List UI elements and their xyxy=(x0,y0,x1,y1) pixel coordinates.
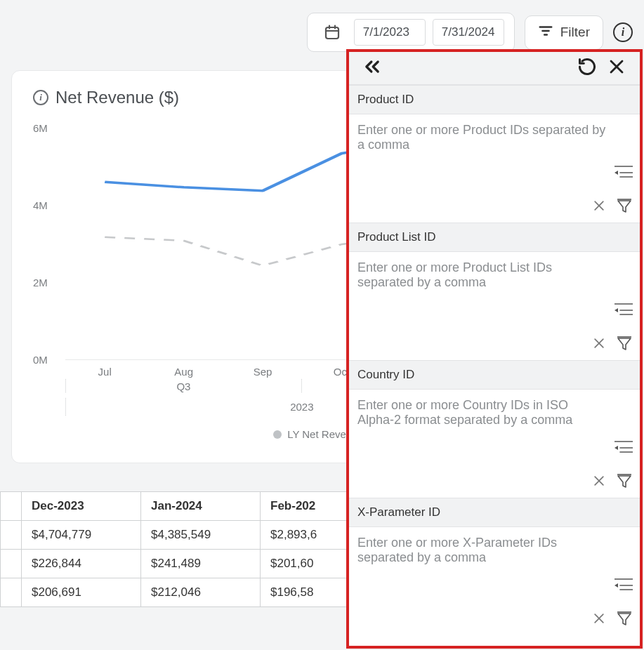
funnel-icon[interactable] xyxy=(616,335,633,354)
list-icon[interactable] xyxy=(615,166,633,183)
filter-group: X-Parameter ID xyxy=(348,498,641,635)
x-tick: Sep xyxy=(223,366,302,378)
svg-marker-30 xyxy=(618,476,631,487)
x-tick: Aug xyxy=(144,366,223,378)
table-cell xyxy=(1,521,22,550)
filter-button[interactable]: Filter xyxy=(525,15,603,50)
filter-group-label: X-Parameter ID xyxy=(348,498,641,527)
calendar-icon xyxy=(322,22,343,43)
y-axis: 6M 4M 2M 0M xyxy=(33,128,48,360)
filter-icon xyxy=(538,23,553,42)
table-row: $226,844 $241,489 $201,60 xyxy=(1,550,373,578)
filter-group-label: Product List ID xyxy=(348,223,641,252)
table-header xyxy=(1,492,22,521)
filter-panel: Product IDProduct List IDCountry IDX-Par… xyxy=(348,49,641,646)
list-icon[interactable] xyxy=(615,303,633,320)
table-row: $4,704,779 $4,385,549 $2,893,6 xyxy=(1,521,373,550)
chart-title: Net Revenue ($) xyxy=(55,88,179,107)
table-cell xyxy=(1,550,22,578)
clear-icon[interactable] xyxy=(592,336,606,353)
filter-panel-header xyxy=(348,49,641,85)
table-cell: $206,691 xyxy=(22,578,141,607)
filter-group: Product ID xyxy=(348,85,641,223)
filter-group-label: Country ID xyxy=(348,360,641,390)
table-cell: $4,704,779 xyxy=(22,521,141,550)
filter-group-label: Product ID xyxy=(348,85,641,114)
svg-rect-0 xyxy=(326,27,339,39)
clear-icon[interactable] xyxy=(592,611,606,628)
list-icon[interactable] xyxy=(615,441,633,458)
close-icon[interactable] xyxy=(606,56,627,77)
chart-info-icon[interactable]: i xyxy=(33,90,48,105)
table-header: Dec-2023 xyxy=(22,492,141,521)
legend-dot-icon xyxy=(273,430,282,439)
date-range-picker[interactable] xyxy=(307,13,515,52)
table-cell xyxy=(1,578,22,607)
collapse-icon[interactable] xyxy=(362,56,383,77)
info-icon[interactable]: i xyxy=(613,22,633,42)
funnel-icon[interactable] xyxy=(616,472,633,492)
funnel-icon[interactable] xyxy=(616,610,633,630)
date-from-input[interactable] xyxy=(354,19,426,46)
filter-button-label: Filter xyxy=(560,25,590,40)
table-header-row: Dec-2023 Jan-2024 Feb-202 xyxy=(1,492,373,521)
data-table: Dec-2023 Jan-2024 Feb-202 $4,704,779 $4,… xyxy=(0,491,373,607)
date-to-input[interactable] xyxy=(433,19,504,46)
filter-group: Country ID xyxy=(348,360,641,498)
reset-icon[interactable] xyxy=(577,56,598,77)
table-cell: $212,046 xyxy=(141,578,261,607)
svg-marker-16 xyxy=(618,201,631,212)
table-cell: $241,489 xyxy=(141,550,261,578)
funnel-icon[interactable] xyxy=(616,197,633,217)
table-cell: $226,844 xyxy=(22,550,141,578)
svg-marker-37 xyxy=(618,613,631,625)
clear-icon[interactable] xyxy=(592,474,606,491)
list-icon[interactable] xyxy=(615,578,633,595)
filter-group: Product List ID xyxy=(348,223,641,360)
quarter-label: Q3 xyxy=(65,379,302,392)
x-tick: Jul xyxy=(65,366,144,378)
table-cell: $4,385,549 xyxy=(141,521,261,550)
svg-marker-23 xyxy=(618,338,631,350)
clear-icon[interactable] xyxy=(592,199,606,215)
table-row: $206,691 $212,046 $196,58 xyxy=(1,578,373,607)
table-header: Jan-2024 xyxy=(141,492,261,521)
